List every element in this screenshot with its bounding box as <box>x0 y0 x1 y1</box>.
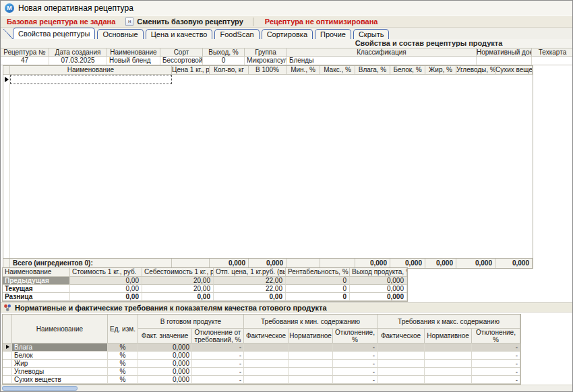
quality-min-dev: - <box>333 352 378 360</box>
quality-min-norm <box>289 376 333 384</box>
quality-unit: % <box>108 352 138 360</box>
col-header-quantity[interactable]: Кол-во, кг <box>210 66 249 75</box>
quality-section-header: Нормативные и фактические требования к п… <box>1 302 572 313</box>
quality-row-label: Сухих веществ <box>12 376 108 384</box>
summary-cell: 20,00 <box>142 285 214 293</box>
quality-min-fact <box>244 344 289 352</box>
quality-row-protein[interactable]: Белок % 0,000 - - - <box>3 352 520 360</box>
group-header-in-product: В готовом продукте <box>138 315 244 329</box>
quality-row-moisture[interactable]: Влага % 0,000 - - - <box>3 344 520 352</box>
totals-quantity: 0,000 <box>210 259 249 268</box>
classification-value[interactable]: Бленды <box>287 57 477 65</box>
quality-min-norm <box>289 360 333 368</box>
col-header-dry-matter[interactable]: Сухих вещес... <box>495 66 533 75</box>
quality-table: Наименование Ед. изм. В готовом продукте… <box>2 314 521 385</box>
summary-cell: 0,000 <box>350 293 407 301</box>
quality-row-label: Жир <box>12 360 108 368</box>
col-header-moisture[interactable]: Влага, % <box>355 66 390 75</box>
tab-recipe-properties[interactable]: Свойства рецептуры <box>13 28 95 39</box>
col-header-fat[interactable]: Жир, % <box>425 66 456 75</box>
col-header-max-fact: Фактическое <box>378 329 425 344</box>
col-header-in100[interactable]: В 100% <box>249 66 286 75</box>
quality-unit: % <box>108 344 138 352</box>
focused-cell[interactable] <box>10 75 172 84</box>
horizontal-scrollbar[interactable] <box>1 385 572 391</box>
col-header-product-yield: Выход продукта, % <box>350 268 407 277</box>
ingredients-totals-row: Всего (ингредиентов 0): 0,000 0,000 0,00… <box>3 258 533 268</box>
summary-row-label: Текущая <box>3 285 70 293</box>
quality-max-fact <box>378 352 425 360</box>
quality-row-label: Влага <box>12 344 108 352</box>
totals-max <box>320 259 355 268</box>
summary-row-current[interactable]: Текущая 0,00 20,00 22,00 0 0,000 <box>3 285 407 293</box>
col-header-max[interactable]: Макс., % <box>320 66 355 75</box>
title-bar: M Новая оперативная рецептура <box>1 1 572 15</box>
tab-hide[interactable]: Скрыть <box>353 29 390 39</box>
created-date-value[interactable]: 07.03.2025 <box>49 57 107 65</box>
normative-doc-value[interactable] <box>477 57 532 65</box>
col-header-group: Группа <box>245 48 287 57</box>
tab-other[interactable]: Прочие <box>315 29 351 39</box>
quality-fact-value: 0,000 <box>138 368 192 376</box>
quality-row-fat[interactable]: Жир % 0,000 - - - <box>3 360 520 368</box>
quality-row-carbs[interactable]: Углеводы % 0,000 - - - <box>3 368 520 376</box>
col-header-ingredient-name[interactable]: Наименование <box>10 66 172 75</box>
app-icon: M <box>5 3 14 13</box>
properties-header-row: Рецептура № Дата создания Наименование С… <box>1 48 573 57</box>
quality-max-dev: - <box>472 352 520 360</box>
change-base-recipe-button[interactable]: н Сменить базовую рецептуру <box>121 18 247 26</box>
quality-min-fact <box>244 360 289 368</box>
window-title: Новая оперативная рецептура <box>18 3 133 13</box>
quality-deviation: - <box>192 352 244 360</box>
col-header-price[interactable]: Цена 1 кг., р... <box>172 66 210 75</box>
grade-value[interactable]: Бессортовой <box>160 57 203 65</box>
group-value[interactable]: Микрокапсулы <box>245 57 287 65</box>
col-header-classification: Классификация <box>287 48 477 57</box>
summary-header-row: Наименование Стоимость 1 кг., руб. Себес… <box>3 268 407 277</box>
quality-row-dry-matter[interactable]: Сухих веществ % 0,000 - - - <box>3 376 520 384</box>
col-header-protein[interactable]: Белок, % <box>390 66 425 75</box>
row-selector-cell <box>3 368 12 376</box>
quality-max-norm <box>425 360 472 368</box>
col-header-min[interactable]: Мин., % <box>286 66 320 75</box>
optimize-status: Рецептура не оптимизирована <box>259 18 384 26</box>
col-header-cost: Стоимость 1 кг., руб. <box>70 268 142 277</box>
col-header-profitability: Рентабельность, % <box>286 268 350 277</box>
tab-foodscan[interactable]: FoodScan <box>214 29 259 39</box>
summary-cell: 22,00 <box>214 277 286 285</box>
tab-main[interactable]: Основные <box>97 29 143 39</box>
col-header-min-fact: Фактическое <box>244 329 289 344</box>
section-title: Свойства и состав рецептуры продукта <box>284 39 573 48</box>
quality-min-norm <box>289 368 333 376</box>
tab-price-quality[interactable]: Цена и качество <box>146 29 213 39</box>
summary-cell: 0,00 <box>70 293 142 301</box>
summary-cell: 0,00 <box>214 293 286 301</box>
group-header-min-req: Требования к мин. содержанию <box>244 315 378 329</box>
row-selector-column <box>3 75 10 258</box>
yield-value[interactable]: 0 <box>203 57 245 65</box>
quality-header-top-row: Наименование Ед. изм. В готовом продукте… <box>3 315 520 344</box>
horizontal-scrollbar-thumb[interactable] <box>2 386 78 391</box>
col-header-unit: Ед. изм. <box>108 315 138 344</box>
summary-cell: 0,00 <box>142 293 214 301</box>
tab-sorting[interactable]: Сортировка <box>262 29 313 39</box>
col-header-carbs[interactable]: Углеводы, % <box>456 66 495 75</box>
ingredients-grid-body[interactable] <box>3 75 533 258</box>
col-header-name: Наименование <box>107 48 160 57</box>
recipe-name-value[interactable]: Новый бленд <box>107 57 160 65</box>
quality-max-fact <box>378 360 425 368</box>
quality-min-norm <box>289 352 333 360</box>
quality-min-dev: - <box>333 376 378 384</box>
summary-row-difference[interactable]: Разница 0,00 0,00 0,00 0 0,000 <box>3 293 407 301</box>
quality-deviation: - <box>192 360 244 368</box>
ingredients-header-row: Наименование Цена 1 кг., р... Кол-во, кг… <box>3 66 533 75</box>
quality-deviation: - <box>192 368 244 376</box>
quality-section-icon <box>3 304 11 312</box>
summary-row-previous[interactable]: Предыдущая 0,00 20,00 22,00 0 0,000 <box>3 277 407 285</box>
recipe-no-value[interactable]: 47 <box>1 57 49 65</box>
app-window: M Новая оперативная рецептура Базовая ре… <box>0 0 573 392</box>
techcard-value[interactable] <box>532 57 573 65</box>
quality-max-dev: - <box>472 344 520 352</box>
totals-fat: 0,000 <box>425 259 456 268</box>
totals-protein: 0,000 <box>390 259 425 268</box>
